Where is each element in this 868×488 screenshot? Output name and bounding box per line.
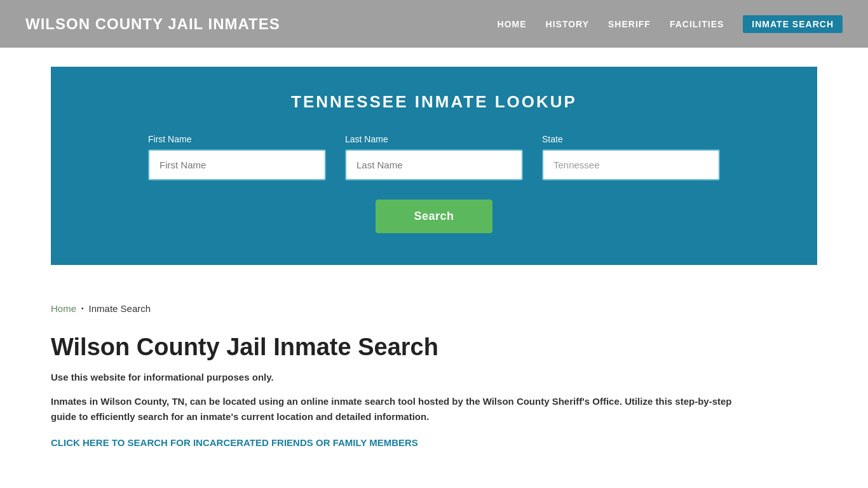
breadcrumb-current: Inmate Search	[89, 303, 151, 314]
first-name-group: First Name	[148, 134, 326, 180]
description-text: Inmates in Wilson County, TN, can be loc…	[51, 394, 750, 424]
banner-title: TENNESSEE INMATE LOOKUP	[291, 92, 577, 112]
last-name-input[interactable]	[345, 149, 523, 180]
search-button[interactable]: Search	[376, 200, 492, 233]
nav-inmate-search[interactable]: INMATE SEARCH	[743, 15, 843, 33]
breadcrumb-home[interactable]: Home	[51, 303, 76, 314]
cta-link[interactable]: CLICK HERE to Search for Incarcerated Fr…	[51, 437, 418, 448]
nav-home[interactable]: HOME	[498, 19, 527, 29]
nav-sheriff[interactable]: SHERIFF	[608, 19, 651, 29]
main-nav: HOME HISTORY SHERIFF FACILITIES INMATE S…	[498, 15, 843, 33]
last-name-group: Last Name	[345, 134, 523, 180]
state-input[interactable]	[542, 149, 720, 180]
site-title: WILSON COUNTY JAIL INMATES	[25, 15, 280, 33]
search-banner: TENNESSEE INMATE LOOKUP First Name Last …	[51, 67, 817, 265]
main-content: Home • Inmate Search Wilson County Jail …	[0, 284, 868, 474]
first-name-label: First Name	[148, 134, 326, 144]
nav-history[interactable]: HISTORY	[546, 19, 589, 29]
last-name-label: Last Name	[345, 134, 523, 144]
form-fields: First Name Last Name State	[100, 134, 768, 180]
state-label: State	[542, 134, 720, 144]
state-group: State	[542, 134, 720, 180]
first-name-input[interactable]	[148, 149, 326, 180]
nav-facilities[interactable]: FACILITIES	[670, 19, 724, 29]
site-header: WILSON COUNTY JAIL INMATES HOME HISTORY …	[0, 0, 868, 48]
disclaimer-text: Use this website for informational purpo…	[51, 372, 817, 383]
page-title: Wilson County Jail Inmate Search	[51, 333, 817, 362]
inmate-search-form: First Name Last Name State Search	[100, 134, 768, 233]
breadcrumb: Home • Inmate Search	[51, 303, 817, 314]
breadcrumb-separator: •	[81, 305, 84, 312]
